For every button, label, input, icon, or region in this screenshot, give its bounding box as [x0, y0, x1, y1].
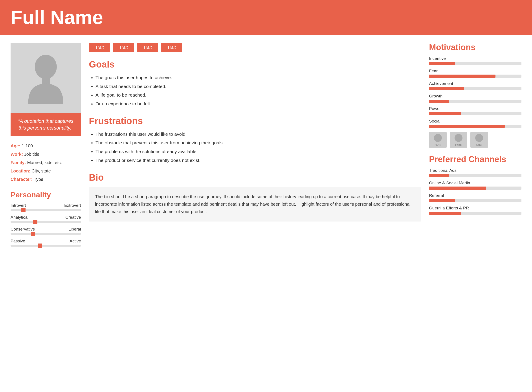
motivation-label: Social — [429, 119, 521, 124]
motivation-label: Power — [429, 106, 521, 111]
trait-badge: Trait — [89, 43, 110, 52]
motivation-bar-track — [429, 87, 521, 90]
fake-image: FAKE — [450, 132, 467, 148]
frustrations-section: Frustrations The frustrations this user … — [89, 116, 421, 164]
motivation-label: Fear — [429, 69, 521, 74]
header: Full Name — [0, 0, 532, 35]
main-content: "A quotation that captures this person's… — [0, 35, 532, 258]
preferred-channels-section: Preferred Channels Traditional Ads Onlin… — [429, 155, 521, 215]
motivation-bar-fill — [429, 75, 495, 78]
personality-indicator — [31, 232, 35, 236]
location-label: Location: — [11, 168, 32, 173]
motivation-row: Social — [429, 119, 521, 128]
personality-rows: Introvert Extrovert Analytical Creative … — [11, 203, 81, 247]
motivation-bar-fill — [429, 100, 449, 103]
frustration-item: The frustrations this user would like to… — [95, 130, 421, 138]
age-value: 1-100 — [22, 143, 33, 148]
channel-row: Guerrilla Efforts & PR — [429, 206, 521, 215]
work-value: Job title — [24, 152, 39, 157]
family-value: Married, kids, etc. — [27, 160, 62, 165]
personality-left-label: Introvert — [11, 203, 26, 208]
right-column: Motivations Incentive Fear Achievement G… — [429, 43, 521, 251]
motivations-bars: Incentive Fear Achievement Growth Power … — [429, 56, 521, 128]
channel-bar-fill — [429, 212, 461, 215]
personality-indicator — [33, 220, 37, 224]
personality-title: Personality — [11, 191, 81, 199]
goal-item: Or an experience to be felt. — [95, 100, 421, 108]
fake-image-label: FAKE — [434, 144, 441, 146]
preferred-channels-title: Preferred Channels — [429, 155, 521, 164]
middle-column: TraitTraitTraitTrait Goals The goals thi… — [89, 43, 421, 251]
goal-item: A task that needs to be completed. — [95, 83, 421, 90]
fake-image-label: FAKE — [476, 144, 482, 146]
personality-indicator — [21, 208, 26, 212]
page-title: Full Name — [11, 6, 521, 29]
motivation-bar-track — [429, 75, 521, 78]
bio-title: Bio — [89, 172, 421, 183]
channel-row: Referral — [429, 193, 521, 202]
svg-point-0 — [35, 55, 57, 79]
motivation-bar-track — [429, 125, 521, 128]
personality-row: Analytical Creative — [11, 215, 81, 223]
motivation-bar-fill — [429, 125, 505, 128]
personality-track — [11, 209, 81, 211]
channel-bar-track — [429, 174, 521, 177]
work-label: Work: — [11, 152, 24, 157]
personality-row: Introvert Extrovert — [11, 203, 81, 211]
left-column: "A quotation that captures this person's… — [11, 43, 81, 251]
fake-image: FAKE — [429, 132, 447, 148]
trait-badge: Trait — [137, 43, 158, 52]
personality-track — [11, 233, 81, 235]
age-row: Age: 1-100 — [11, 142, 81, 150]
channels-bars: Traditional Ads Online & Social Media Re… — [429, 168, 521, 215]
bio-box: The bio should be a short paragraph to d… — [89, 187, 421, 222]
trait-badge: Trait — [161, 43, 182, 52]
frustrations-title: Frustrations — [89, 116, 421, 126]
personality-right-label: Creative — [65, 215, 81, 220]
personality-left-label: Passive — [11, 239, 25, 243]
frustrations-list: The frustrations this user would like to… — [89, 130, 421, 164]
channel-label: Traditional Ads — [429, 168, 521, 173]
motivation-bar-track — [429, 100, 521, 103]
channel-label: Online & Social Media — [429, 181, 521, 186]
channel-row: Online & Social Media — [429, 181, 521, 190]
motivation-bar-fill — [429, 112, 461, 115]
motivation-bar-fill — [429, 62, 455, 65]
fake-images: FAKEFAKEFAKE — [429, 132, 521, 148]
location-row: Location: City, state — [11, 167, 81, 175]
personality-left-label: Conservative — [11, 227, 35, 232]
quote-text: "A quotation that captures this person's… — [18, 118, 74, 131]
channel-bar-track — [429, 212, 521, 215]
personality-right-label: Liberal — [68, 227, 81, 232]
avatar — [11, 43, 81, 113]
goals-list: The goals this user hopes to achieve.A t… — [89, 74, 421, 108]
personality-right-label: Active — [70, 239, 81, 243]
personality-left-label: Analytical — [11, 215, 28, 220]
personality-row: Conservative Liberal — [11, 227, 81, 235]
motivation-bar-track — [429, 112, 521, 115]
channel-label: Guerrilla Efforts & PR — [429, 206, 521, 210]
work-row: Work: Job title — [11, 150, 81, 158]
channel-bar-fill — [429, 199, 455, 202]
personality-right-label: Extrovert — [64, 203, 81, 208]
motivations-title: Motivations — [429, 43, 521, 52]
motivation-bar-fill — [429, 87, 464, 90]
personality-section: Personality Introvert Extrovert Analytic… — [11, 191, 81, 247]
bio-section: Bio The bio should be a short paragraph … — [89, 172, 421, 222]
channel-bar-track — [429, 187, 521, 190]
frustration-item: The obstacle that prevents this user fro… — [95, 139, 421, 147]
motivation-label: Growth — [429, 94, 521, 98]
motivation-label: Incentive — [429, 56, 521, 61]
fake-image-label: FAKE — [455, 144, 462, 146]
motivation-row: Fear — [429, 69, 521, 78]
channel-bar-fill — [429, 174, 449, 177]
personality-row: Passive Active — [11, 239, 81, 247]
family-label: Family: — [11, 160, 27, 165]
motivation-row: Achievement — [429, 81, 521, 90]
motivation-row: Power — [429, 106, 521, 115]
goals-section: Goals The goals this user hopes to achie… — [89, 59, 421, 108]
character-value: Type — [34, 177, 43, 182]
motivations-section: Motivations Incentive Fear Achievement G… — [429, 43, 521, 128]
goals-title: Goals — [89, 59, 421, 70]
goal-item: A life goal to be reached. — [95, 91, 421, 99]
